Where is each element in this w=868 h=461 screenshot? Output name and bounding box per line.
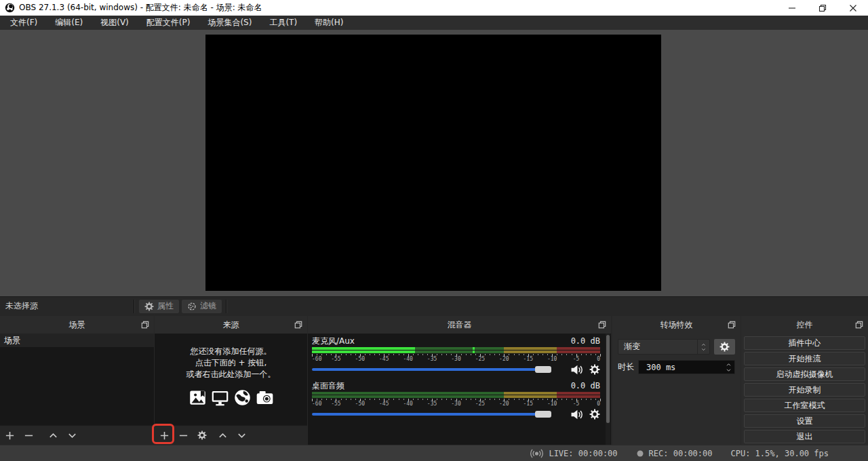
channel-settings-button[interactable]: [589, 409, 600, 420]
filters-button[interactable]: 滤镜: [182, 300, 222, 313]
menu-help[interactable]: 帮助(H): [306, 16, 352, 30]
scene-down-button[interactable]: [66, 430, 77, 441]
sources-empty-state: 您还没有添加任何源。 点击下面的 + 按钮, 或者右击此处添加一个。: [155, 346, 307, 407]
live-status: LIVE: 00:00:00: [530, 449, 617, 458]
properties-button[interactable]: 属性: [139, 300, 179, 313]
settings-button[interactable]: 设置: [744, 414, 865, 428]
sources-panel-header[interactable]: 来源: [155, 316, 307, 334]
slider-handle[interactable]: [535, 366, 551, 373]
menu-bar: 文件(F) 编辑(E) 视图(V) 配置文件(P) 场景集合(S) 工具(T) …: [0, 16, 868, 30]
add-scene-button[interactable]: [4, 430, 15, 441]
source-context-toolbar: 未选择源 属性 滤镜: [0, 296, 868, 315]
remove-scene-button[interactable]: [23, 430, 34, 441]
plugin-center-button[interactable]: 插件中心: [744, 336, 865, 350]
channel-db-value: 0.0 dB: [571, 336, 600, 346]
menu-tools[interactable]: 工具(T): [260, 16, 306, 30]
transition-select[interactable]: 渐变: [618, 339, 710, 355]
source-up-button[interactable]: [217, 430, 228, 441]
menu-edit[interactable]: 编辑(E): [46, 16, 92, 30]
start-recording-button[interactable]: 开始录制: [744, 383, 865, 397]
caret-up-icon: [701, 342, 707, 347]
record-dot-icon: [636, 449, 644, 458]
dock-area: 场景 场景 来源 您还没有添加任何源。 点击下面的 + 按: [0, 315, 868, 445]
properties-label: 属性: [157, 300, 174, 312]
cpu-status: CPU: 1.5%, 30.00 fps: [731, 449, 829, 458]
globe-icon: [233, 388, 252, 407]
scene-list-item[interactable]: 场景: [0, 334, 154, 347]
preview-canvas[interactable]: [205, 35, 661, 291]
menu-view[interactable]: 视图(V): [92, 16, 138, 30]
channel-settings-button[interactable]: [589, 364, 600, 375]
cpu-fps-text: CPU: 1.5%, 30.00 fps: [731, 449, 829, 458]
toolbar-separator: [226, 300, 227, 313]
slider-handle[interactable]: [535, 411, 551, 418]
transitions-panel: 转场特效 渐变 时长: [612, 316, 741, 445]
controls-body: 插件中心 开始推流 启动虚拟摄像机 开始录制 工作室模式 设置 退出: [741, 334, 868, 445]
scenes-title: 场景: [0, 319, 154, 331]
transitions-body: 渐变 时长 300 ms: [612, 334, 741, 445]
minimize-button[interactable]: [776, 0, 807, 16]
transitions-panel-header[interactable]: 转场特效: [612, 316, 741, 334]
mixer-scrollbar[interactable]: [606, 334, 610, 445]
restore-button[interactable]: [807, 0, 837, 16]
sources-panel: 来源 您还没有添加任何源。 点击下面的 + 按钮, 或者右击此处添加一个。: [155, 316, 307, 445]
slider-fill: [312, 368, 551, 371]
spinbox-arrows[interactable]: [724, 361, 734, 374]
transition-selected-value: 渐变: [618, 341, 640, 353]
duration-label: 时长: [618, 361, 634, 373]
slider-fill: [312, 413, 551, 416]
start-virtual-camera-button[interactable]: 启动虚拟摄像机: [744, 367, 865, 381]
sources-title: 来源: [155, 319, 307, 331]
menu-file[interactable]: 文件(F): [1, 16, 46, 30]
studio-mode-button[interactable]: 工作室模式: [744, 399, 865, 412]
live-time: LIVE: 00:00:00: [549, 449, 617, 458]
gear-icon: [144, 302, 154, 311]
channel-name: 麦克风/Aux: [312, 336, 355, 347]
mute-toggle-button[interactable]: [570, 409, 583, 420]
scene-up-button[interactable]: [47, 430, 58, 441]
gear-icon: [719, 342, 730, 352]
filters-label: 滤镜: [200, 300, 216, 312]
duration-spinbox[interactable]: 300 ms: [638, 360, 735, 374]
preview-area: [0, 30, 868, 296]
empty-line: 您还没有添加任何源。: [155, 346, 307, 357]
mixer-title: 混音器: [308, 319, 611, 331]
volume-slider[interactable]: [312, 365, 564, 374]
broadcast-icon: [530, 449, 544, 458]
scenes-panel-header[interactable]: 场景: [0, 316, 154, 334]
empty-line: 或者右击此处添加一个。: [155, 369, 307, 380]
menu-scene-collection[interactable]: 场景集合(S): [199, 16, 260, 30]
transition-properties-button[interactable]: [714, 339, 735, 355]
close-button[interactable]: [837, 0, 868, 16]
caret-down-icon: [701, 347, 707, 352]
camera-icon: [256, 388, 274, 407]
scenes-panel: 场景 场景: [0, 316, 154, 445]
combo-spinner[interactable]: [697, 340, 709, 354]
obs-window: OBS 27.1.3 (64-bit, windows) - 配置文件: 未命名…: [0, 0, 868, 461]
meter-scale: -60-55-50-45-40-35-30-25-20-15-10-50: [312, 399, 600, 407]
volume-meter: [312, 392, 600, 398]
volume-meter: [312, 347, 600, 353]
popout-icon: [855, 321, 863, 329]
transitions-title: 转场特效: [612, 319, 741, 331]
remove-source-button[interactable]: [178, 430, 189, 441]
popout-icon: [294, 321, 302, 329]
mute-toggle-button[interactable]: [570, 365, 583, 375]
source-down-button[interactable]: [236, 430, 247, 441]
start-streaming-button[interactable]: 开始推流: [744, 352, 865, 365]
popout-icon: [598, 321, 606, 329]
obs-logo-icon: [5, 3, 15, 13]
scrollbar-thumb[interactable]: [606, 335, 610, 423]
source-properties-button[interactable]: [197, 430, 208, 441]
menu-profile[interactable]: 配置文件(P): [138, 16, 199, 30]
image-icon: [189, 388, 207, 407]
sources-list-empty-area[interactable]: 您还没有添加任何源。 点击下面的 + 按钮, 或者右击此处添加一个。: [155, 334, 307, 426]
popout-icon: [141, 321, 149, 329]
toolbar-separator: [134, 300, 135, 313]
volume-slider[interactable]: [312, 409, 564, 419]
filters-icon: [187, 302, 197, 311]
exit-button[interactable]: 退出: [744, 430, 865, 443]
controls-panel-header[interactable]: 控件: [741, 316, 868, 334]
status-bar: LIVE: 00:00:00 REC: 00:00:00 CPU: 1.5%, …: [0, 445, 868, 461]
mixer-panel-header[interactable]: 混音器: [308, 316, 611, 334]
